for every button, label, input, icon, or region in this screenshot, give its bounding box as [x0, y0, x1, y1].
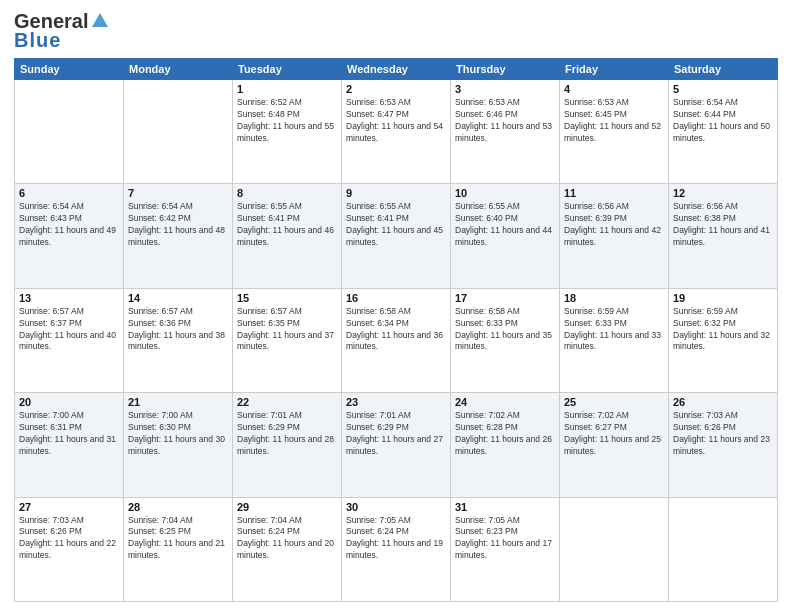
cell-info: Sunrise: 7:03 AMSunset: 6:26 PMDaylight:…: [19, 515, 119, 563]
calendar-cell: 20Sunrise: 7:00 AMSunset: 6:31 PMDayligh…: [15, 393, 124, 497]
cell-info: Sunrise: 7:04 AMSunset: 6:25 PMDaylight:…: [128, 515, 228, 563]
logo-blue-text: Blue: [14, 29, 61, 52]
cell-day-number: 17: [455, 292, 555, 304]
cell-info: Sunrise: 6:55 AMSunset: 6:41 PMDaylight:…: [237, 201, 337, 249]
calendar-cell: 25Sunrise: 7:02 AMSunset: 6:27 PMDayligh…: [560, 393, 669, 497]
calendar-cell: 3Sunrise: 6:53 AMSunset: 6:46 PMDaylight…: [451, 80, 560, 184]
cell-info: Sunrise: 7:00 AMSunset: 6:31 PMDaylight:…: [19, 410, 119, 458]
cell-day-number: 30: [346, 501, 446, 513]
calendar-cell: 22Sunrise: 7:01 AMSunset: 6:29 PMDayligh…: [233, 393, 342, 497]
week-row-1: 1Sunrise: 6:52 AMSunset: 6:48 PMDaylight…: [15, 80, 778, 184]
calendar-cell: 1Sunrise: 6:52 AMSunset: 6:48 PMDaylight…: [233, 80, 342, 184]
calendar-cell: 29Sunrise: 7:04 AMSunset: 6:24 PMDayligh…: [233, 497, 342, 601]
cell-info: Sunrise: 7:02 AMSunset: 6:28 PMDaylight:…: [455, 410, 555, 458]
calendar-cell: 12Sunrise: 6:56 AMSunset: 6:38 PMDayligh…: [669, 184, 778, 288]
calendar-cell: 24Sunrise: 7:02 AMSunset: 6:28 PMDayligh…: [451, 393, 560, 497]
weekday-header-tuesday: Tuesday: [233, 59, 342, 80]
calendar-table: SundayMondayTuesdayWednesdayThursdayFrid…: [14, 58, 778, 602]
cell-info: Sunrise: 6:56 AMSunset: 6:38 PMDaylight:…: [673, 201, 773, 249]
calendar-cell: 9Sunrise: 6:55 AMSunset: 6:41 PMDaylight…: [342, 184, 451, 288]
cell-info: Sunrise: 7:04 AMSunset: 6:24 PMDaylight:…: [237, 515, 337, 563]
svg-marker-0: [92, 13, 108, 27]
cell-day-number: 24: [455, 396, 555, 408]
cell-day-number: 21: [128, 396, 228, 408]
cell-day-number: 20: [19, 396, 119, 408]
cell-info: Sunrise: 6:53 AMSunset: 6:47 PMDaylight:…: [346, 97, 446, 145]
cell-info: Sunrise: 6:57 AMSunset: 6:36 PMDaylight:…: [128, 306, 228, 354]
cell-day-number: 31: [455, 501, 555, 513]
calendar-cell: [560, 497, 669, 601]
cell-day-number: 18: [564, 292, 664, 304]
calendar-cell: 7Sunrise: 6:54 AMSunset: 6:42 PMDaylight…: [124, 184, 233, 288]
weekday-header-saturday: Saturday: [669, 59, 778, 80]
calendar-cell: 19Sunrise: 6:59 AMSunset: 6:32 PMDayligh…: [669, 288, 778, 392]
weekday-header-monday: Monday: [124, 59, 233, 80]
calendar-cell: 13Sunrise: 6:57 AMSunset: 6:37 PMDayligh…: [15, 288, 124, 392]
cell-day-number: 11: [564, 187, 664, 199]
page: General Blue SundayMondayTuesdayWednesda…: [0, 0, 792, 612]
cell-day-number: 13: [19, 292, 119, 304]
cell-info: Sunrise: 7:05 AMSunset: 6:23 PMDaylight:…: [455, 515, 555, 563]
cell-info: Sunrise: 7:02 AMSunset: 6:27 PMDaylight:…: [564, 410, 664, 458]
cell-day-number: 29: [237, 501, 337, 513]
cell-day-number: 23: [346, 396, 446, 408]
cell-info: Sunrise: 6:54 AMSunset: 6:44 PMDaylight:…: [673, 97, 773, 145]
cell-day-number: 3: [455, 83, 555, 95]
cell-day-number: 2: [346, 83, 446, 95]
calendar-cell: 28Sunrise: 7:04 AMSunset: 6:25 PMDayligh…: [124, 497, 233, 601]
calendar-cell: 16Sunrise: 6:58 AMSunset: 6:34 PMDayligh…: [342, 288, 451, 392]
calendar-cell: 4Sunrise: 6:53 AMSunset: 6:45 PMDaylight…: [560, 80, 669, 184]
cell-info: Sunrise: 6:58 AMSunset: 6:34 PMDaylight:…: [346, 306, 446, 354]
header: General Blue: [14, 10, 778, 52]
cell-info: Sunrise: 6:59 AMSunset: 6:32 PMDaylight:…: [673, 306, 773, 354]
cell-info: Sunrise: 6:57 AMSunset: 6:37 PMDaylight:…: [19, 306, 119, 354]
cell-info: Sunrise: 7:03 AMSunset: 6:26 PMDaylight:…: [673, 410, 773, 458]
calendar-cell: 27Sunrise: 7:03 AMSunset: 6:26 PMDayligh…: [15, 497, 124, 601]
cell-day-number: 7: [128, 187, 228, 199]
cell-day-number: 19: [673, 292, 773, 304]
cell-info: Sunrise: 6:52 AMSunset: 6:48 PMDaylight:…: [237, 97, 337, 145]
cell-day-number: 5: [673, 83, 773, 95]
calendar-cell: 26Sunrise: 7:03 AMSunset: 6:26 PMDayligh…: [669, 393, 778, 497]
calendar-cell: 15Sunrise: 6:57 AMSunset: 6:35 PMDayligh…: [233, 288, 342, 392]
cell-day-number: 8: [237, 187, 337, 199]
calendar-cell: 14Sunrise: 6:57 AMSunset: 6:36 PMDayligh…: [124, 288, 233, 392]
cell-info: Sunrise: 6:59 AMSunset: 6:33 PMDaylight:…: [564, 306, 664, 354]
calendar-cell: [669, 497, 778, 601]
calendar-cell: 18Sunrise: 6:59 AMSunset: 6:33 PMDayligh…: [560, 288, 669, 392]
cell-info: Sunrise: 7:01 AMSunset: 6:29 PMDaylight:…: [346, 410, 446, 458]
calendar-cell: 8Sunrise: 6:55 AMSunset: 6:41 PMDaylight…: [233, 184, 342, 288]
cell-day-number: 4: [564, 83, 664, 95]
calendar-cell: 17Sunrise: 6:58 AMSunset: 6:33 PMDayligh…: [451, 288, 560, 392]
calendar-cell: 23Sunrise: 7:01 AMSunset: 6:29 PMDayligh…: [342, 393, 451, 497]
week-row-5: 27Sunrise: 7:03 AMSunset: 6:26 PMDayligh…: [15, 497, 778, 601]
cell-info: Sunrise: 6:55 AMSunset: 6:40 PMDaylight:…: [455, 201, 555, 249]
weekday-header-row: SundayMondayTuesdayWednesdayThursdayFrid…: [15, 59, 778, 80]
cell-day-number: 22: [237, 396, 337, 408]
week-row-3: 13Sunrise: 6:57 AMSunset: 6:37 PMDayligh…: [15, 288, 778, 392]
calendar-cell: [15, 80, 124, 184]
calendar-cell: 21Sunrise: 7:00 AMSunset: 6:30 PMDayligh…: [124, 393, 233, 497]
weekday-header-sunday: Sunday: [15, 59, 124, 80]
cell-info: Sunrise: 7:00 AMSunset: 6:30 PMDaylight:…: [128, 410, 228, 458]
cell-day-number: 14: [128, 292, 228, 304]
cell-day-number: 12: [673, 187, 773, 199]
calendar-cell: 31Sunrise: 7:05 AMSunset: 6:23 PMDayligh…: [451, 497, 560, 601]
cell-info: Sunrise: 6:57 AMSunset: 6:35 PMDaylight:…: [237, 306, 337, 354]
calendar-cell: 6Sunrise: 6:54 AMSunset: 6:43 PMDaylight…: [15, 184, 124, 288]
cell-day-number: 16: [346, 292, 446, 304]
cell-day-number: 1: [237, 83, 337, 95]
logo-arrow-icon: [91, 11, 109, 33]
cell-info: Sunrise: 7:01 AMSunset: 6:29 PMDaylight:…: [237, 410, 337, 458]
weekday-header-thursday: Thursday: [451, 59, 560, 80]
calendar-cell: 5Sunrise: 6:54 AMSunset: 6:44 PMDaylight…: [669, 80, 778, 184]
cell-info: Sunrise: 6:55 AMSunset: 6:41 PMDaylight:…: [346, 201, 446, 249]
cell-day-number: 10: [455, 187, 555, 199]
calendar-cell: 30Sunrise: 7:05 AMSunset: 6:24 PMDayligh…: [342, 497, 451, 601]
cell-info: Sunrise: 6:54 AMSunset: 6:42 PMDaylight:…: [128, 201, 228, 249]
calendar-cell: [124, 80, 233, 184]
cell-info: Sunrise: 6:56 AMSunset: 6:39 PMDaylight:…: [564, 201, 664, 249]
calendar-cell: 10Sunrise: 6:55 AMSunset: 6:40 PMDayligh…: [451, 184, 560, 288]
cell-day-number: 6: [19, 187, 119, 199]
cell-info: Sunrise: 7:05 AMSunset: 6:24 PMDaylight:…: [346, 515, 446, 563]
